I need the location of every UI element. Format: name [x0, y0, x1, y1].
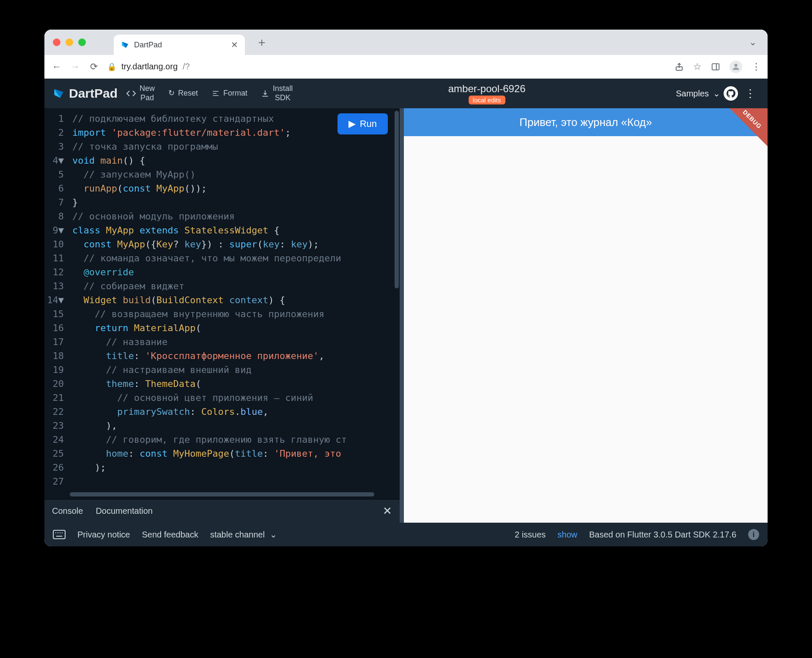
browser-window: DartPad ✕ ＋ ⌄ ← → ⟳ 🔒 try.dartlang.org/?…: [44, 30, 768, 546]
line-number: 13: [44, 279, 64, 293]
line-number: 12: [44, 265, 64, 279]
new-tab-button[interactable]: ＋: [256, 34, 268, 50]
code-line[interactable]: // запускаем MyApp(): [72, 167, 400, 181]
flutter-appbar: Привет, это журнал «Код»: [404, 108, 768, 136]
vertical-scrollbar[interactable]: [395, 111, 399, 288]
project-name-area: amber-pool-6926 local edits: [301, 83, 672, 104]
close-panel-icon[interactable]: ✕: [383, 504, 392, 518]
code-line[interactable]: class MyApp extends StatelessWidget {: [72, 223, 400, 237]
code-line[interactable]: // собираем виджет: [72, 279, 400, 293]
github-link[interactable]: [724, 86, 738, 101]
code-line[interactable]: // основной цвет приложения — синий: [72, 391, 400, 405]
line-number: 21: [44, 391, 64, 405]
line-gutter: 1234▼56789▼1011121314▼151617181920212223…: [44, 112, 69, 488]
code-line[interactable]: [72, 474, 400, 488]
code-line[interactable]: // название: [72, 335, 400, 349]
line-number: 15: [44, 307, 64, 321]
code-line[interactable]: );: [72, 461, 400, 474]
minimize-window-icon[interactable]: [66, 38, 73, 46]
install-sdk-button[interactable]: Install SDK: [256, 84, 298, 102]
line-number: 26: [44, 461, 64, 474]
address-bar: ← → ⟳ 🔒 try.dartlang.org/? ☆ ⋮: [44, 55, 768, 79]
tabs-dropdown-icon[interactable]: ⌄: [749, 37, 757, 48]
code-line[interactable]: // основной модуль приложения: [72, 209, 400, 223]
new-pad-button[interactable]: New Pad: [121, 84, 160, 102]
code-line[interactable]: // точка запуска программы: [72, 140, 400, 154]
code-line[interactable]: primarySwatch: Colors.blue,: [72, 405, 400, 419]
url-host: try.dartlang.org: [121, 62, 178, 71]
code-editor[interactable]: ▶ Run 1234▼56789▼1011121314▼151617181920…: [44, 108, 400, 499]
dartpad-logo[interactable]: DartPad: [53, 86, 118, 101]
code-line[interactable]: title: 'Кроссплатформенное приложение',: [72, 349, 400, 363]
code-line[interactable]: // говорим, где приложению взять главную…: [72, 433, 400, 447]
back-button[interactable]: ←: [51, 61, 62, 72]
code-line[interactable]: // настраиваем внешний вид: [72, 363, 400, 377]
close-tab-icon[interactable]: ✕: [231, 40, 238, 50]
show-issues-link[interactable]: show: [557, 530, 577, 540]
reset-button[interactable]: ↻ Reset: [163, 89, 203, 98]
splitter-handle[interactable]: [400, 108, 404, 523]
more-menu-button[interactable]: ⋮: [741, 87, 759, 100]
line-number: 18: [44, 349, 64, 363]
share-icon[interactable]: [675, 62, 684, 71]
line-number: 10: [44, 237, 64, 251]
channel-selector[interactable]: stable channel ⌄: [210, 529, 277, 540]
console-panel: Console Documentation ✕: [44, 499, 400, 523]
appbar-title: Привет, это журнал «Код»: [519, 116, 652, 129]
code-line[interactable]: import 'package:flutter/material.dart';: [72, 126, 400, 140]
dart-logo-icon: [53, 88, 65, 99]
samples-dropdown[interactable]: Samples ⌄: [676, 88, 720, 99]
line-number: 27: [44, 474, 64, 488]
reload-button[interactable]: ⟳: [88, 61, 99, 72]
code-line[interactable]: @override: [72, 265, 400, 279]
code-line[interactable]: Widget build(BuildContext context) {: [72, 293, 400, 307]
format-button[interactable]: Format: [206, 89, 252, 98]
line-number: 22: [44, 405, 64, 419]
url-field[interactable]: 🔒 try.dartlang.org/?: [107, 62, 667, 71]
preview-column: Привет, это журнал «Код» DEBUG: [404, 108, 768, 523]
horizontal-scrollbar[interactable]: [70, 492, 374, 496]
line-number: 16: [44, 321, 64, 335]
keyboard-icon[interactable]: [53, 530, 66, 539]
code-line[interactable]: runApp(const MyApp());: [72, 181, 400, 195]
code-line[interactable]: const MyApp({Key? key}) : super(key: key…: [72, 237, 400, 251]
code-line[interactable]: theme: ThemeData(: [72, 377, 400, 391]
main-area: ▶ Run 1234▼56789▼1011121314▼151617181920…: [44, 108, 768, 523]
dartpad-toolbar: DartPad New Pad ↻ Reset Format Install S…: [44, 79, 768, 108]
info-icon[interactable]: i: [748, 529, 759, 540]
browser-tab[interactable]: DartPad ✕: [114, 35, 245, 55]
code-line[interactable]: // команда означает, что мы можем переоп…: [72, 251, 400, 265]
svg-rect-12: [53, 530, 65, 539]
reset-icon: ↻: [168, 89, 175, 98]
window-controls: [53, 38, 86, 46]
line-number: 25: [44, 447, 64, 461]
code-line[interactable]: void main() {: [72, 154, 400, 167]
code-line[interactable]: }: [72, 195, 400, 209]
logo-text: DartPad: [69, 86, 118, 101]
code-line[interactable]: // подключаем библиотеку стандартных: [72, 112, 400, 126]
menu-icon[interactable]: ⋮: [752, 61, 761, 72]
privacy-link[interactable]: Privacy notice: [77, 530, 130, 540]
code-line[interactable]: ),: [72, 419, 400, 433]
code-body[interactable]: // подключаем библиотеку стандартных imp…: [72, 112, 400, 488]
forward-button[interactable]: →: [70, 61, 81, 72]
chevron-down-icon: ⌄: [713, 88, 720, 99]
bookmark-icon[interactable]: ☆: [693, 61, 702, 72]
local-edits-badge: local edits: [469, 96, 505, 104]
debug-banner: DEBUG: [730, 108, 768, 146]
code-line[interactable]: return MaterialApp(: [72, 321, 400, 335]
code-line[interactable]: home: const MyHomePage(title: 'Привет, э…: [72, 447, 400, 461]
documentation-tab[interactable]: Documentation: [96, 506, 153, 516]
code-line[interactable]: // возвращаем внутреннюю часть приложени…: [72, 307, 400, 321]
profile-avatar[interactable]: [730, 60, 742, 73]
line-number: 2: [44, 126, 64, 140]
line-number: 1: [44, 112, 64, 126]
status-bar: Privacy notice Send feedback stable chan…: [44, 523, 768, 546]
console-tab[interactable]: Console: [52, 506, 83, 516]
feedback-link[interactable]: Send feedback: [142, 530, 198, 540]
sdk-version: Based on Flutter 3.0.5 Dart SDK 2.17.6: [589, 530, 736, 540]
line-number: 3: [44, 140, 64, 154]
close-window-icon[interactable]: [53, 38, 60, 46]
panel-icon[interactable]: [711, 62, 720, 71]
maximize-window-icon[interactable]: [78, 38, 86, 46]
